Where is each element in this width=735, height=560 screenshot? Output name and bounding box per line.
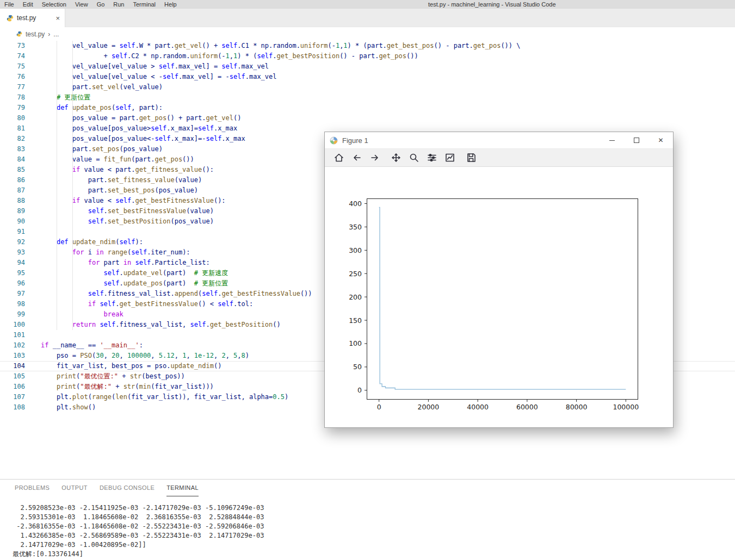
line-number[interactable]: 77 <box>0 82 25 92</box>
panel-tab-terminal[interactable]: TERMINAL <box>166 484 199 496</box>
minimize-icon[interactable] <box>600 132 624 148</box>
subplots-icon[interactable] <box>425 151 438 164</box>
menu-selection[interactable]: Selection <box>38 0 71 9</box>
menu-go[interactable]: Go <box>92 0 109 9</box>
code-text[interactable]: self.update_vel(part) # 更新速度 <box>25 268 228 278</box>
line-number[interactable]: 73 <box>0 41 25 51</box>
code-text[interactable]: part.set_pos(pos_value) <box>25 144 163 154</box>
code-text[interactable]: pos_value = part.get_pos() + part.get_ve… <box>25 113 241 123</box>
code-text[interactable]: def update_ndim(self): <box>25 237 143 247</box>
line-number[interactable]: 89 <box>0 206 25 216</box>
code-text[interactable]: if __name__ == '__main__': <box>25 340 143 351</box>
save-icon[interactable] <box>465 151 478 164</box>
pan-icon[interactable] <box>390 151 403 164</box>
line-number[interactable]: 107 <box>0 392 25 402</box>
figure-title-bar[interactable]: Figure 1 ✕ <box>325 132 673 148</box>
breadcrumb-file[interactable]: test.py <box>26 30 45 38</box>
code-text[interactable]: if self.get_bestFitnessValue() < self.to… <box>25 299 253 309</box>
line-number[interactable]: 85 <box>0 165 25 175</box>
editor-line-76[interactable]: 76 vel_value[vel_value < -self.max_vel] … <box>0 72 735 82</box>
editor-line-74[interactable]: 74 + self.C2 * np.random.uniform(-1,1) *… <box>0 51 735 61</box>
line-number[interactable]: 90 <box>0 216 25 227</box>
code-text[interactable]: plt.plot(range(len(fit_var_list)), fit_v… <box>25 392 288 402</box>
code-text[interactable]: self.set_bestPosition(pos_value) <box>25 216 214 227</box>
line-number[interactable]: 83 <box>0 144 25 154</box>
customize-icon[interactable] <box>443 151 456 164</box>
code-text[interactable]: value = fit_fun(part.get_pos()) <box>25 154 194 165</box>
code-text[interactable]: + self.C2 * np.random.uniform(-1,1) * (s… <box>25 51 418 61</box>
home-icon[interactable] <box>332 151 345 164</box>
line-number[interactable]: 78 <box>0 92 25 103</box>
editor-line-79[interactable]: 79 def update_pos(self, part): <box>0 103 735 113</box>
code-text[interactable]: vel_value[vel_value > self.max_vel] = se… <box>25 61 269 72</box>
code-text[interactable] <box>25 227 41 237</box>
code-text[interactable]: self.update_pos(part) # 更新位置 <box>25 278 228 289</box>
panel-tab-output[interactable]: OUTPUT <box>61 484 88 496</box>
code-text[interactable]: def update_pos(self, part): <box>25 103 163 113</box>
line-number[interactable]: 95 <box>0 268 25 278</box>
line-number[interactable]: 105 <box>0 371 25 382</box>
line-number[interactable]: 94 <box>0 258 25 268</box>
line-number[interactable]: 76 <box>0 72 25 82</box>
editor-line-75[interactable]: 75 vel_value[vel_value > self.max_vel] =… <box>0 61 735 72</box>
line-number[interactable]: 87 <box>0 185 25 196</box>
code-text[interactable]: fit_var_list, best_pos = pso.update_ndim… <box>25 361 221 371</box>
code-text[interactable]: pso = PSO(30, 20, 100000, 5.12, 1, 1e-12… <box>25 351 249 361</box>
code-text[interactable]: vel_value = self.W * part.get_vel() + se… <box>25 41 521 51</box>
line-number[interactable]: 100 <box>0 320 25 330</box>
editor-line-80[interactable]: 80 pos_value = part.get_pos() + part.get… <box>0 113 735 123</box>
menu-terminal[interactable]: Terminal <box>129 0 160 9</box>
figure-canvas[interactable]: 0501001502002503003504000200004000060000… <box>325 167 673 427</box>
line-number[interactable]: 92 <box>0 237 25 247</box>
menu-file[interactable]: File <box>0 0 18 9</box>
line-number[interactable]: 98 <box>0 299 25 309</box>
menu-run[interactable]: Run <box>109 0 128 9</box>
line-number[interactable]: 108 <box>0 402 25 413</box>
code-text[interactable]: part.set_vel(vel_value) <box>25 82 163 92</box>
code-text[interactable]: if value < self.get_bestFitnessValue(): <box>25 196 226 206</box>
zoom-icon[interactable] <box>407 151 421 164</box>
line-number[interactable]: 97 <box>0 289 25 299</box>
line-number[interactable]: 102 <box>0 340 25 351</box>
line-number[interactable]: 75 <box>0 61 25 72</box>
code-text[interactable]: for part in self.Particle_list: <box>25 258 210 268</box>
line-number[interactable]: 99 <box>0 309 25 320</box>
menu-edit[interactable]: Edit <box>18 0 38 9</box>
line-number[interactable]: 91 <box>0 227 25 237</box>
tab-close-icon[interactable]: × <box>55 15 60 22</box>
editor-line-78[interactable]: 78 # 更新位置 <box>0 92 735 103</box>
code-text[interactable]: return self.fitness_val_list, self.get_b… <box>25 320 281 330</box>
line-number[interactable]: 79 <box>0 103 25 113</box>
line-number[interactable]: 103 <box>0 351 25 361</box>
editor-line-73[interactable]: 73 vel_value = self.W * part.get_vel() +… <box>0 41 735 51</box>
back-icon[interactable] <box>350 151 363 164</box>
breadcrumb-more[interactable]: ... <box>53 30 59 38</box>
forward-icon[interactable] <box>368 151 381 164</box>
code-text[interactable] <box>25 330 41 340</box>
code-text[interactable]: pos_value[pos_value<-self.x_max]=-self.x… <box>25 134 245 144</box>
terminal-output[interactable]: 2.59208523e-03 -2.15411925e-03 -2.147170… <box>13 503 264 559</box>
code-text[interactable]: plt.show() <box>25 402 96 413</box>
line-number[interactable]: 88 <box>0 196 25 206</box>
code-text[interactable]: vel_value[vel_value < -self.max_vel] = -… <box>25 72 277 82</box>
line-number[interactable]: 74 <box>0 51 25 61</box>
close-icon[interactable]: ✕ <box>648 132 673 148</box>
code-text[interactable]: print("最优位置:" + str(best_pos)) <box>25 371 185 382</box>
line-number[interactable]: 104 <box>0 361 25 371</box>
code-text[interactable]: print("最优解:" + str(min(fit_var_list))) <box>25 382 214 392</box>
menu-view[interactable]: View <box>71 0 92 9</box>
line-number[interactable]: 81 <box>0 123 25 134</box>
code-text[interactable]: self.fitness_val_list.append(self.get_be… <box>25 289 312 299</box>
panel-tab-debug-console[interactable]: DEBUG CONSOLE <box>100 484 155 496</box>
panel-tab-problems[interactable]: PROBLEMS <box>15 484 50 496</box>
line-number[interactable]: 84 <box>0 154 25 165</box>
code-text[interactable]: for i in range(self.iter_num): <box>25 247 190 258</box>
line-number[interactable]: 80 <box>0 113 25 123</box>
line-number[interactable]: 86 <box>0 175 25 185</box>
code-text[interactable]: part.set_fitness_value(value) <box>25 175 202 185</box>
line-number[interactable]: 96 <box>0 278 25 289</box>
line-number[interactable]: 101 <box>0 330 25 340</box>
maximize-icon[interactable] <box>624 132 648 148</box>
code-text[interactable]: # 更新位置 <box>25 92 90 103</box>
menu-help[interactable]: Help <box>160 0 181 9</box>
